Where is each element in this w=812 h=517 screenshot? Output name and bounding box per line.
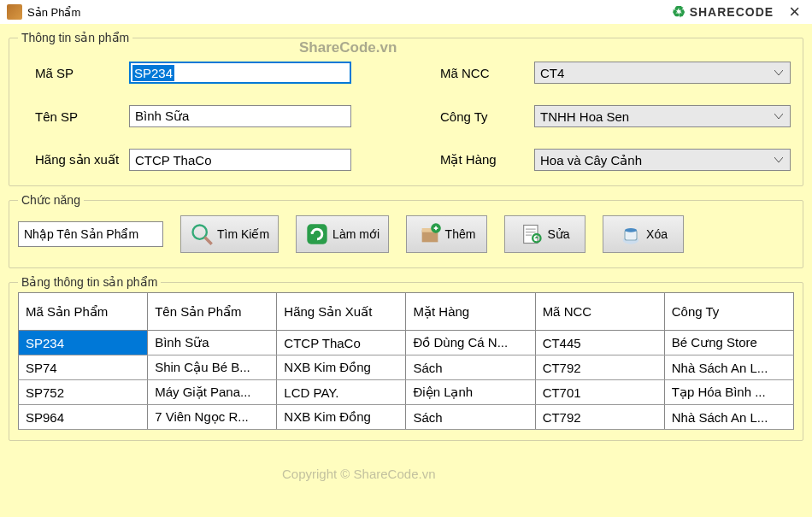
tensp-label: Tên SP — [18, 109, 129, 124]
table-cell[interactable]: Tạp Hóa Bình ... — [664, 380, 793, 405]
recycle-icon: ♻ — [672, 3, 686, 21]
search-button[interactable]: Tìm Kiếm — [180, 215, 279, 253]
table-cell[interactable]: LCD PAY. — [277, 380, 406, 405]
titlebar: Sản Phẩm ♻ SHARECODE × — [0, 0, 812, 24]
mancc-select[interactable]: CT4 — [534, 62, 791, 84]
hang-input[interactable] — [129, 149, 351, 171]
add-icon — [418, 222, 442, 246]
window-title: Sản Phẩm — [27, 6, 672, 19]
product-info-group: Thông tin sản phẩm Mã SP SP234 Tên SP Hã… — [9, 31, 803, 186]
watermark-copyright: Copyright © ShareCode.vn — [282, 467, 435, 481]
masp-input[interactable]: SP234 — [129, 62, 351, 84]
delete-icon — [619, 222, 643, 246]
table-cell[interactable]: NXB Kim Đồng — [277, 405, 406, 430]
table-cell[interactable]: CT701 — [535, 380, 664, 405]
add-button[interactable]: Thêm — [406, 215, 487, 253]
table-header[interactable]: Tên Sản Phẩm — [148, 293, 277, 331]
table-cell[interactable]: SP752 — [19, 380, 148, 405]
product-table: Mã Sản PhẩmTên Sản PhẩmHãng Sản XuấtMặt … — [18, 292, 794, 430]
refresh-icon — [305, 222, 329, 246]
svg-rect-2 — [307, 224, 327, 244]
edit-button[interactable]: Sửa — [504, 215, 585, 253]
table-cell[interactable]: CT445 — [535, 331, 664, 355]
table-cell[interactable]: Máy Giặt Pana... — [148, 380, 277, 405]
search-icon — [190, 222, 214, 246]
table-cell[interactable]: Bình Sữa — [148, 331, 277, 355]
table-header[interactable]: Công Ty — [664, 293, 793, 331]
table-cell[interactable]: NXB Kim Đồng — [277, 355, 406, 380]
table-legend: Bảng thông tin sản phẩm — [18, 275, 161, 289]
table-cell[interactable]: CT792 — [535, 405, 664, 430]
refresh-button[interactable]: Làm mới — [296, 215, 389, 253]
table-header[interactable]: Hãng Sản Xuất — [277, 293, 406, 331]
search-input[interactable] — [18, 221, 163, 247]
table-cell[interactable]: Sách — [406, 355, 535, 380]
table-cell[interactable]: SP964 — [19, 405, 148, 430]
table-row[interactable]: SP9647 Viên Ngọc R...NXB Kim ĐồngSáchCT7… — [19, 405, 794, 430]
table-group: Bảng thông tin sản phẩm Mã Sản PhẩmTên S… — [9, 275, 803, 441]
svg-line-1 — [205, 238, 212, 244]
table-cell[interactable]: Shin Cậu Bé B... — [148, 355, 277, 380]
table-cell[interactable]: Bé Cưng Store — [664, 331, 793, 355]
table-header[interactable]: Mã NCC — [535, 293, 664, 331]
table-cell[interactable]: CT792 — [535, 355, 664, 380]
main-panel: ShareCode.vn Thông tin sản phẩm Mã SP SP… — [0, 24, 812, 517]
svg-point-10 — [625, 228, 637, 232]
close-icon[interactable]: × — [784, 1, 805, 23]
func-legend: Chức năng — [18, 193, 84, 207]
table-cell[interactable]: Sách — [406, 405, 535, 430]
box-icon — [7, 4, 22, 20]
function-group: Chức năng Tìm Kiếm Làm mới Thêm Sửa Xóa — [9, 193, 803, 268]
congty-label: Công Ty — [423, 109, 534, 124]
table-cell[interactable]: CTCP ThaCo — [277, 331, 406, 355]
mancc-label: Mã NCC — [423, 66, 534, 80]
table-cell[interactable]: SP74 — [19, 355, 148, 380]
masp-label: Mã SP — [18, 66, 129, 80]
table-row[interactable]: SP74Shin Cậu Bé B...NXB Kim ĐồngSáchCT79… — [19, 355, 794, 380]
table-cell[interactable]: 7 Viên Ngọc R... — [148, 405, 277, 430]
hang-label: Hãng sản xuất — [18, 152, 129, 167]
table-header[interactable]: Mặt Hàng — [406, 293, 535, 331]
mathang-select[interactable]: Hoa và Cây Cảnh — [534, 149, 791, 171]
sharecode-brand: ♻ SHARECODE — [672, 3, 774, 21]
table-cell[interactable]: SP234 — [19, 331, 148, 355]
table-cell[interactable]: Nhà Sách An L... — [664, 405, 793, 430]
edit-icon — [520, 222, 544, 246]
table-row[interactable]: SP234Bình SữaCTCP ThaCoĐồ Dùng Cá N...CT… — [19, 331, 794, 355]
congty-select[interactable]: TNHH Hoa Sen — [534, 105, 791, 127]
tensp-input[interactable] — [129, 105, 351, 127]
mathang-label: Mặt Hàng — [423, 152, 534, 167]
table-header[interactable]: Mã Sản Phẩm — [19, 293, 148, 331]
info-legend: Thông tin sản phẩm — [18, 31, 132, 44]
table-cell[interactable]: Đồ Dùng Cá N... — [406, 331, 535, 355]
svg-point-0 — [193, 226, 207, 239]
table-row[interactable]: SP752Máy Giặt Pana...LCD PAY.Điện LạnhCT… — [19, 380, 794, 405]
table-cell[interactable]: Nhà Sách An L... — [664, 355, 793, 380]
table-cell[interactable]: Điện Lạnh — [406, 380, 535, 405]
delete-button[interactable]: Xóa — [603, 215, 684, 253]
